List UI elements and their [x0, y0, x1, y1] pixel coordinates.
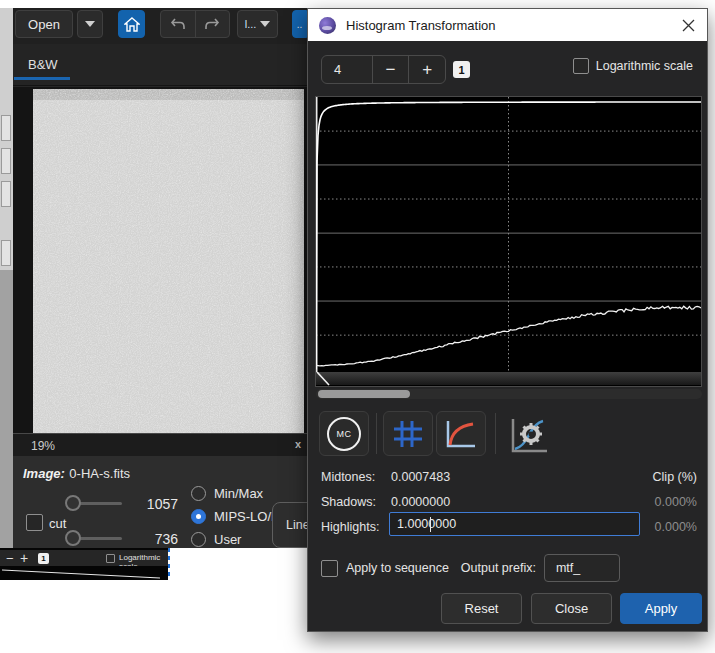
open-button[interactable]: Open: [15, 10, 73, 38]
mc-icon-label: MC: [337, 429, 352, 439]
scaling-mode-label: Min/Max: [214, 486, 263, 501]
home-button[interactable]: [118, 10, 145, 38]
ellipsis-icon: ..: [297, 19, 303, 30]
spin-increment-button[interactable]: +: [408, 56, 445, 83]
close-button[interactable]: Close: [531, 593, 612, 624]
scaling-mode-option[interactable]: MIPS-LO/HI: [191, 505, 284, 528]
spin-decrement-button[interactable]: −: [372, 56, 409, 83]
background-scrollbar[interactable]: [0, 270, 13, 548]
dialog-close-button[interactable]: [677, 14, 699, 36]
highlights-label: Highlights:: [321, 520, 379, 534]
dialog-title: Histogram Transformation: [346, 18, 496, 33]
grid-icon: [393, 419, 423, 449]
reset-button[interactable]: Reset: [441, 593, 522, 624]
plot-axis-strip: [316, 372, 701, 385]
viewer-close-button[interactable]: x: [295, 438, 301, 450]
high-cut-value[interactable]: 736: [134, 531, 178, 547]
open-button-label: Open: [28, 17, 60, 32]
histogram-plot-frame: [315, 96, 702, 387]
apply-to-sequence-checkbox[interactable]: [321, 560, 338, 577]
curve-icon: [445, 419, 477, 449]
image-preview[interactable]: [33, 89, 304, 433]
more-tools-button[interactable]: ..: [292, 10, 307, 38]
shadows-label: Shadows:: [321, 495, 376, 509]
apply-autostretch-button[interactable]: [507, 413, 551, 457]
grid-toggle-button[interactable]: [383, 411, 433, 456]
shortcut-badge: 1: [453, 61, 470, 78]
mini-histogram-toolbar: − + 1 Logarithmic scale: [0, 548, 168, 578]
radio-icon[interactable]: [191, 486, 206, 501]
high-cut-slider-knob[interactable]: [65, 530, 81, 546]
chevron-down-icon: [85, 21, 95, 27]
background-widget: [1, 181, 11, 207]
viewer-statusbar: 19% x: [13, 433, 307, 456]
image-viewport[interactable]: [13, 87, 307, 433]
shadows-clip-value: 0.000%: [655, 495, 697, 509]
plot-scrollbar-thumb[interactable]: [318, 390, 410, 398]
samples-value[interactable]: 4: [322, 56, 372, 83]
cut-checkbox[interactable]: [26, 514, 43, 531]
dialog-titlebar[interactable]: Histogram Transformation: [308, 9, 707, 41]
highlights-value: 1.0000000: [397, 517, 456, 531]
plot-scrollbar[interactable]: [316, 389, 702, 399]
redo-icon: [204, 18, 220, 31]
chevron-down-icon: [260, 21, 270, 27]
close-icon: [682, 19, 695, 32]
mini-plus-button[interactable]: +: [20, 550, 28, 566]
mini-plot-sliver: [0, 566, 168, 580]
image-filename: 0-HA-s.fits: [69, 466, 130, 481]
mc-autostretch-button[interactable]: MC: [319, 411, 369, 456]
apply-to-sequence-label: Apply to sequence: [346, 561, 449, 575]
cut-label: cut: [49, 516, 66, 531]
apply-button-label: Apply: [645, 601, 678, 616]
samples-spinbox[interactable]: 4 − +: [321, 55, 446, 84]
output-prefix-value: mtf_: [556, 561, 580, 575]
undo-redo-group: [160, 10, 230, 38]
histogram-transformation-dialog: Histogram Transformation 4 − + 1 Logarit…: [307, 8, 708, 632]
open-dropdown-button[interactable]: [77, 10, 103, 38]
undo-icon: [170, 18, 186, 31]
mini-minus-button[interactable]: −: [6, 551, 14, 566]
midtones-value[interactable]: 0.0007483: [391, 470, 450, 484]
scaling-mode-option[interactable]: Min/Max: [191, 482, 284, 505]
scaling-mode-option[interactable]: User: [191, 528, 284, 551]
midtones-label: Midtones:: [321, 470, 375, 484]
output-prefix-input[interactable]: mtf_: [544, 554, 620, 582]
display-mode-dropdown[interactable]: l...: [237, 10, 278, 38]
tab-bw[interactable]: B&W: [28, 57, 58, 72]
display-control-panel: Image: 0-HA-s.fits cut 1057 736 Min/MaxM…: [13, 456, 307, 548]
autostretch-gear-icon: [509, 415, 549, 455]
toolbar-separator: [376, 413, 377, 454]
undo-button[interactable]: [161, 11, 196, 37]
output-prefix-label: Output prefix:: [461, 561, 536, 575]
screenshot-root: Open: [0, 0, 715, 653]
app-icon: [319, 17, 336, 34]
redo-button[interactable]: [196, 11, 230, 37]
curve-toggle-button[interactable]: [436, 411, 486, 456]
mini-log-checkbox[interactable]: [106, 554, 115, 563]
shadows-marker-icon[interactable]: [316, 372, 346, 386]
radio-icon[interactable]: [191, 532, 206, 547]
zoom-level: 19%: [31, 439, 55, 453]
scaling-mode-group: Min/MaxMIPS-LO/HIUser: [191, 482, 284, 551]
main-toolbar: Open: [13, 8, 307, 44]
mini-badge: 1: [38, 553, 49, 564]
logarithmic-scale-label: Logarithmic scale: [596, 59, 693, 73]
highlights-input[interactable]: 1.0000000: [389, 512, 640, 536]
log-scale-row: Logarithmic scale: [573, 58, 693, 74]
low-cut-slider-knob[interactable]: [65, 495, 81, 511]
histogram-plot[interactable]: [316, 97, 701, 372]
logarithmic-scale-checkbox[interactable]: [573, 58, 589, 74]
low-cut-value[interactable]: 1057: [134, 496, 178, 512]
background-widget: [1, 115, 11, 141]
highlights-clip-value: 0.000%: [655, 520, 697, 534]
radio-selected-icon[interactable]: [191, 509, 206, 524]
image-label: Image:: [23, 466, 65, 481]
shadows-value[interactable]: 0.0000000: [391, 495, 450, 509]
clip-header: Clip (%): [653, 470, 697, 484]
apply-button[interactable]: Apply: [620, 593, 702, 624]
reset-button-label: Reset: [465, 601, 499, 616]
home-icon: [124, 17, 140, 32]
sequence-row: Apply to sequence Output prefix: mtf_: [321, 554, 620, 582]
background-widget: [1, 240, 11, 266]
